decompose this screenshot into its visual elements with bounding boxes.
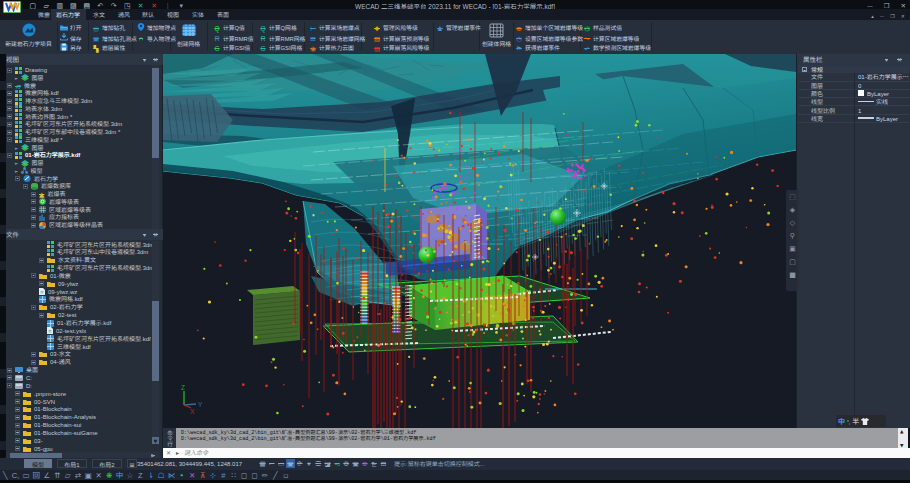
svg-text:X: X <box>190 408 195 415</box>
svg-text:Y: Y <box>198 401 203 408</box>
svg-text:Z: Z <box>181 384 185 391</box>
